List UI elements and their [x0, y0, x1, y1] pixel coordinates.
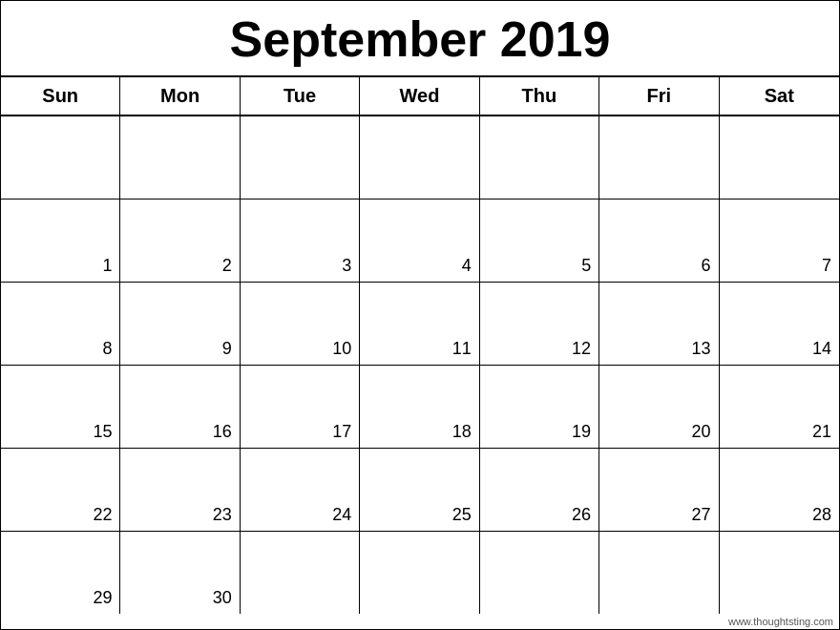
- day-cell-0-5: [599, 116, 719, 199]
- day-number-10: 10: [332, 339, 351, 359]
- header-wed: Wed: [360, 77, 479, 115]
- day-cell-3-6: 21: [720, 366, 839, 448]
- day-number-14: 14: [812, 339, 831, 359]
- day-cell-3-3: 18: [360, 366, 479, 448]
- day-cell-3-4: 19: [480, 366, 599, 448]
- day-cell-1-0: 1: [1, 200, 120, 282]
- day-number-3: 3: [342, 256, 351, 276]
- day-cell-1-1: 2: [120, 200, 240, 282]
- calendar-grid: Sun Mon Tue Wed Thu Fri Sat 123456789101…: [1, 75, 839, 614]
- day-cell-5-4: [480, 532, 599, 614]
- week-row-4: 22232425262728: [1, 449, 839, 532]
- day-number-2: 2: [222, 256, 232, 276]
- day-cell-0-6: [720, 116, 839, 199]
- day-number-7: 7: [822, 256, 831, 276]
- calendar-title: September 2019: [1, 1, 839, 75]
- day-cell-2-4: 12: [480, 283, 599, 365]
- day-cell-0-3: [360, 116, 479, 199]
- week-row-1: 1234567: [1, 200, 839, 283]
- day-cell-5-3: [360, 532, 479, 614]
- day-cell-2-5: 13: [599, 283, 719, 365]
- day-number-15: 15: [93, 422, 112, 442]
- day-headers: Sun Mon Tue Wed Thu Fri Sat: [1, 77, 839, 116]
- day-cell-1-3: 4: [360, 200, 479, 282]
- day-number-23: 23: [213, 505, 232, 525]
- day-number-28: 28: [812, 505, 831, 525]
- day-number-22: 22: [93, 505, 112, 525]
- day-cell-4-3: 25: [360, 449, 479, 531]
- day-number-12: 12: [572, 339, 591, 359]
- day-cell-2-2: 10: [241, 283, 360, 365]
- day-number-19: 19: [572, 422, 591, 442]
- day-cell-0-0: [1, 116, 120, 199]
- day-cell-1-4: 5: [480, 200, 599, 282]
- day-number-4: 4: [462, 256, 472, 276]
- day-number-16: 16: [213, 422, 232, 442]
- day-cell-4-5: 27: [599, 449, 719, 531]
- day-cell-1-5: 6: [599, 200, 719, 282]
- day-cell-5-0: 29: [1, 532, 120, 614]
- day-cell-4-0: 22: [1, 449, 120, 531]
- day-cell-5-5: [599, 532, 719, 614]
- day-cell-5-2: [241, 532, 360, 614]
- day-cell-2-0: 8: [1, 283, 120, 365]
- day-number-6: 6: [702, 256, 711, 276]
- day-cell-4-6: 28: [720, 449, 839, 531]
- day-number-8: 8: [102, 339, 112, 359]
- day-number-20: 20: [692, 422, 711, 442]
- header-fri: Fri: [599, 77, 719, 115]
- header-thu: Thu: [480, 77, 599, 115]
- day-cell-4-4: 26: [480, 449, 599, 531]
- day-cell-3-1: 16: [120, 366, 240, 448]
- day-cell-5-1: 30: [120, 532, 240, 614]
- day-number-25: 25: [452, 505, 472, 525]
- day-number-1: 1: [102, 256, 112, 276]
- week-row-3: 15161718192021: [1, 366, 839, 449]
- day-number-17: 17: [332, 422, 351, 442]
- day-cell-0-4: [480, 116, 599, 199]
- day-cell-2-3: 11: [360, 283, 479, 365]
- day-number-18: 18: [452, 422, 472, 442]
- week-row-2: 891011121314: [1, 283, 839, 366]
- day-number-27: 27: [692, 505, 711, 525]
- day-cell-3-5: 20: [599, 366, 719, 448]
- day-cell-4-1: 23: [120, 449, 240, 531]
- day-number-9: 9: [222, 339, 232, 359]
- day-cell-0-1: [120, 116, 240, 199]
- calendar-container: September 2019 Sun Mon Tue Wed Thu Fri S…: [0, 0, 840, 630]
- day-number-21: 21: [812, 422, 831, 442]
- day-number-30: 30: [213, 588, 232, 608]
- day-cell-3-2: 17: [241, 366, 360, 448]
- header-sun: Sun: [1, 77, 120, 115]
- day-number-5: 5: [581, 256, 591, 276]
- header-tue: Tue: [241, 77, 360, 115]
- day-number-13: 13: [692, 339, 711, 359]
- day-number-11: 11: [452, 339, 472, 359]
- day-cell-2-6: 14: [720, 283, 839, 365]
- day-cell-5-6: [720, 532, 839, 614]
- footer-watermark: www.thoughtsting.com: [1, 614, 839, 629]
- header-sat: Sat: [720, 77, 839, 115]
- day-cell-2-1: 9: [120, 283, 240, 365]
- weeks-container: 1234567891011121314151617181920212223242…: [1, 116, 839, 614]
- day-number-29: 29: [93, 588, 112, 608]
- day-cell-0-2: [241, 116, 360, 199]
- week-row-0: [1, 116, 839, 200]
- header-mon: Mon: [120, 77, 240, 115]
- day-cell-1-2: 3: [241, 200, 360, 282]
- day-cell-4-2: 24: [241, 449, 360, 531]
- day-number-26: 26: [572, 505, 591, 525]
- day-cell-1-6: 7: [720, 200, 839, 282]
- day-number-24: 24: [332, 505, 351, 525]
- day-cell-3-0: 15: [1, 366, 120, 448]
- week-row-5: 2930: [1, 532, 839, 614]
